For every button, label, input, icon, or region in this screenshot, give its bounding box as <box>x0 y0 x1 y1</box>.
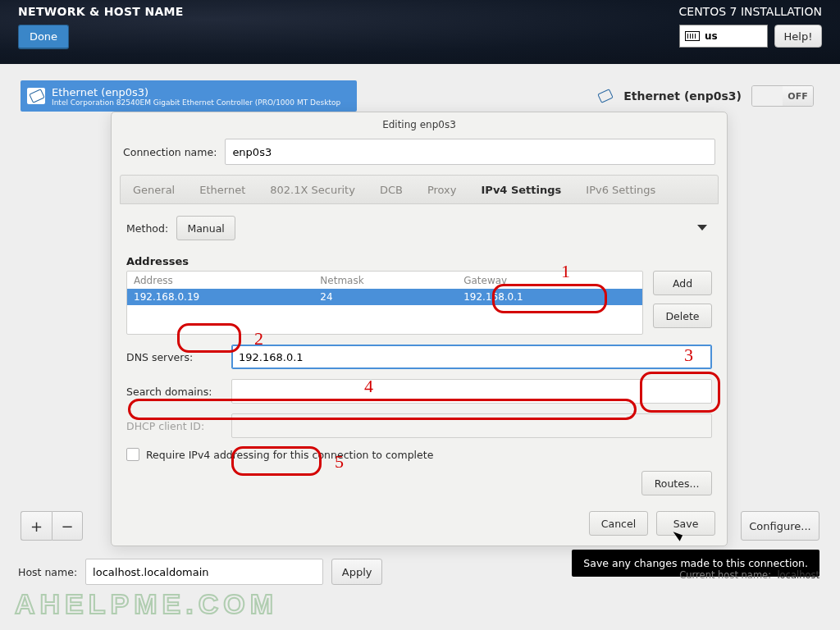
dialog-tabs: General Ethernet 802.1X Security DCB Pro… <box>120 175 719 204</box>
method-label: Method: <box>126 222 168 235</box>
device-power-switch[interactable]: OFF <box>751 85 814 107</box>
require-ipv4-checkbox[interactable] <box>126 448 139 461</box>
current-hostname-value: localhost <box>777 569 819 581</box>
dhcp-row: DHCP client ID: <box>126 413 712 438</box>
current-hostname-label: Current host name: <box>679 569 771 581</box>
method-select[interactable]: Manual <box>176 216 235 240</box>
method-row: Method: Manual <box>126 212 712 244</box>
installer-screen: NETWORK & HOST NAME Done CENTOS 7 INSTAL… <box>0 0 840 630</box>
tab-8021x[interactable]: 802.1X Security <box>258 184 368 196</box>
col-gateway: Gateway <box>463 275 636 286</box>
add-address-button[interactable]: Add <box>653 271 712 295</box>
dns-row: DNS servers: <box>126 345 712 369</box>
dhcp-input <box>231 413 712 438</box>
device-name: Ethernet (enp0s3) <box>52 86 340 98</box>
dhcp-label: DHCP client ID: <box>126 420 223 432</box>
device-title: Ethernet (enp0s3) <box>623 89 742 103</box>
dialog-body: Method: Manual Addresses Address Netmask… <box>112 204 727 499</box>
addresses-label: Addresses <box>126 255 712 267</box>
hostname-row: Host name: Apply <box>18 559 382 585</box>
tab-proxy[interactable]: Proxy <box>415 184 469 196</box>
delete-address-button[interactable]: Delete <box>653 304 712 328</box>
device-list-item[interactable]: Ethernet (enp0s3) Intel Corporation 8254… <box>21 80 357 112</box>
topbar-right-group: us Help! <box>679 25 822 48</box>
cancel-button[interactable]: Cancel <box>589 511 648 536</box>
cell-netmask: 24 <box>320 291 463 303</box>
done-button[interactable]: Done <box>18 25 69 49</box>
top-bar: NETWORK & HOST NAME Done CENTOS 7 INSTAL… <box>0 0 840 64</box>
require-ipv4-row: Require IPv4 addressing for this connect… <box>126 448 712 461</box>
cell-address: 192.168.0.19 <box>134 291 320 303</box>
search-domains-input[interactable] <box>231 379 712 404</box>
connection-name-label: Connection name: <box>123 146 217 158</box>
require-ipv4-label: Require IPv4 addressing for this connect… <box>146 449 433 461</box>
keyboard-layout-select[interactable]: us <box>679 25 768 48</box>
hostname-label: Host name: <box>18 566 77 578</box>
device-list-controls: + − <box>21 511 83 541</box>
configure-button[interactable]: Configure... <box>741 511 819 541</box>
add-device-button[interactable]: + <box>21 511 52 541</box>
keyboard-layout-value: us <box>705 30 718 42</box>
keyboard-icon <box>685 31 700 41</box>
dns-input[interactable] <box>231 345 712 369</box>
cell-gateway: 192.168.0.1 <box>463 291 636 303</box>
table-empty-row <box>127 305 642 322</box>
dialog-title: Editing enp0s3 <box>112 112 727 134</box>
routes-row: Routes... <box>126 471 712 495</box>
edit-connection-dialog: Editing enp0s3 Connection name: General … <box>111 112 728 546</box>
switch-on-side <box>752 86 783 106</box>
tab-dcb[interactable]: DCB <box>368 184 415 196</box>
current-hostname: Current host name: localhost <box>679 569 819 581</box>
device-vendor: Intel Corporation 82540EM Gigabit Ethern… <box>52 98 340 107</box>
help-button[interactable]: Help! <box>774 25 822 48</box>
page-title: NETWORK & HOST NAME <box>18 5 184 18</box>
hostname-input[interactable] <box>85 559 323 585</box>
save-button[interactable]: Save <box>656 511 715 536</box>
connection-name-input[interactable] <box>225 139 715 165</box>
watermark: AHELPME.COM <box>15 588 278 620</box>
switch-off-side: OFF <box>783 86 813 106</box>
addresses-table[interactable]: Address Netmask Gateway 192.168.0.19 24 … <box>126 271 643 335</box>
tab-ethernet[interactable]: Ethernet <box>187 184 258 196</box>
dialog-footer: Cancel Save <box>589 511 715 536</box>
table-row[interactable]: 192.168.0.19 24 192.168.0.1 <box>127 289 642 305</box>
addresses-area: Address Netmask Gateway 192.168.0.19 24 … <box>126 271 712 335</box>
routes-button[interactable]: Routes... <box>641 471 712 495</box>
nic-icon <box>27 88 45 104</box>
connection-name-row: Connection name: <box>112 134 727 170</box>
method-dropdown-caret[interactable] <box>692 217 712 237</box>
apply-hostname-button[interactable]: Apply <box>331 559 382 585</box>
installer-title: CENTOS 7 INSTALLATION <box>679 5 822 18</box>
col-address: Address <box>134 275 320 286</box>
dns-label: DNS servers: <box>126 351 223 363</box>
device-header-right: Ethernet (enp0s3) OFF <box>596 85 814 107</box>
col-netmask: Netmask <box>320 275 463 286</box>
chevron-down-icon <box>697 225 707 231</box>
remove-device-button[interactable]: − <box>52 511 83 541</box>
tab-ipv6[interactable]: IPv6 Settings <box>573 184 668 196</box>
tab-ipv4[interactable]: IPv4 Settings <box>469 184 574 196</box>
search-domains-label: Search domains: <box>126 386 223 398</box>
search-row: Search domains: <box>126 379 712 404</box>
table-header: Address Netmask Gateway <box>127 272 642 289</box>
device-text: Ethernet (enp0s3) Intel Corporation 8254… <box>52 86 340 107</box>
tab-general[interactable]: General <box>121 184 187 196</box>
addresses-buttons: Add Delete <box>653 271 712 335</box>
nic-icon <box>596 88 614 104</box>
